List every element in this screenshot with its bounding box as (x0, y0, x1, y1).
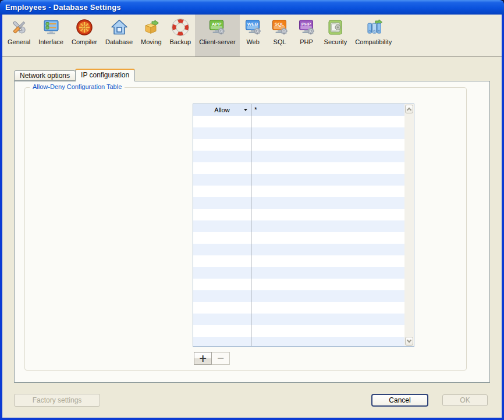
chevron-up-icon (407, 108, 411, 112)
toolbar-item-label: Security (324, 38, 347, 45)
toolbar-item-label: Database (105, 38, 133, 45)
table-row[interactable] (193, 151, 404, 162)
pattern-cell (251, 116, 404, 127)
mode-cell[interactable]: Allow (193, 104, 251, 116)
pattern-cell (251, 197, 404, 209)
allow-deny-table: Allow* (193, 104, 414, 347)
toolbar-item-php[interactable]: PHP PHP (293, 15, 320, 56)
dropdown-arrow-icon (244, 109, 247, 111)
pattern-cell (251, 302, 404, 314)
table-row[interactable] (193, 325, 404, 337)
toolbar-item-moving[interactable]: Moving (137, 15, 165, 56)
table-row[interactable] (193, 174, 404, 186)
svg-text:APP: APP (212, 22, 222, 27)
toolbar-item-backup[interactable]: Backup (166, 15, 196, 56)
toolbar-item-sql[interactable]: SQL SQL (267, 15, 293, 56)
cancel-button[interactable]: Cancel (371, 394, 428, 407)
toolbar: General Interface Compiler Database Movi… (2, 15, 502, 57)
house-icon (110, 18, 129, 37)
toolbar-item-interface[interactable]: Interface (34, 15, 68, 56)
groupbox-title: Allow-Deny Configuration Table (30, 83, 125, 90)
moving-box-icon (142, 18, 161, 37)
tab-network-options[interactable]: Network options (14, 70, 76, 81)
toolbar-item-label: Interface (38, 38, 63, 45)
mode-cell (193, 139, 251, 151)
table-row[interactable] (193, 290, 404, 302)
table-row[interactable] (193, 244, 404, 255)
lifebuoy-icon (171, 18, 190, 37)
monitor-list-icon (42, 18, 61, 37)
svg-text:WEB: WEB (247, 22, 258, 27)
pattern-cell (251, 209, 404, 220)
monitor-php-icon-graphic: PHP (297, 18, 316, 37)
svg-text:SQL: SQL (274, 22, 284, 27)
toolbar-item-label: General (8, 38, 30, 45)
mode-cell (193, 162, 251, 174)
ip-configuration-panel: Allow-Deny Configuration Table Allow* + … (14, 81, 490, 383)
table-row[interactable] (193, 127, 404, 139)
toolbar-item-compatibility[interactable]: Compatibility (351, 15, 396, 56)
compiler-wheel-icon-graphic (75, 18, 94, 37)
pattern-cell (251, 290, 404, 302)
toolbar-item-label: Backup (170, 38, 191, 45)
table-row[interactable]: Allow* (193, 104, 404, 116)
table-row[interactable] (193, 314, 404, 325)
binders-icon-graphic (364, 18, 383, 37)
toolbar-item-general[interactable]: General (3, 15, 34, 56)
monitor-app-icon: APP (208, 18, 226, 37)
table-row[interactable] (193, 279, 404, 290)
toolbar-item-database[interactable]: Database (101, 15, 137, 56)
pattern-cell (251, 139, 404, 151)
pattern-cell (251, 337, 404, 346)
pattern-cell (251, 314, 404, 325)
mode-cell (193, 267, 251, 279)
pattern-cell (251, 232, 404, 244)
ok-button[interactable]: OK (442, 394, 488, 406)
pattern-cell (251, 325, 404, 337)
tools-icon (10, 18, 29, 37)
table-row[interactable] (193, 232, 404, 244)
tab-bar: Network options IP configuration (14, 69, 135, 81)
remove-row-button[interactable]: − (212, 352, 230, 365)
monitor-sql-icon-graphic: SQL (271, 18, 289, 37)
table-row[interactable] (193, 267, 404, 279)
scroll-up-button[interactable] (405, 105, 413, 113)
toolbar-item-compiler[interactable]: Compiler (68, 15, 101, 56)
mode-cell (193, 255, 251, 267)
table-row[interactable] (193, 139, 404, 151)
toolbar-item-label: Moving (141, 38, 161, 45)
permission-mode-value: Allow (214, 106, 229, 113)
toolbar-item-web[interactable]: WEB Web (240, 15, 267, 56)
row-edit-buttons: + − (194, 352, 230, 365)
safe-icon (326, 18, 345, 37)
monitor-sql-icon: SQL (271, 18, 289, 37)
table-row[interactable] (193, 302, 404, 314)
toolbar-item-label: Client-server (199, 38, 235, 45)
toolbar-item-security[interactable]: Security (320, 15, 352, 56)
mode-cell (193, 244, 251, 255)
table-row[interactable] (193, 162, 404, 174)
table-row[interactable] (193, 116, 404, 127)
add-row-button[interactable]: + (194, 352, 212, 365)
mode-cell (193, 174, 251, 186)
house-icon-graphic (110, 18, 129, 37)
pattern-cell (251, 279, 404, 290)
table-row[interactable] (193, 337, 404, 346)
table-row[interactable] (193, 197, 404, 209)
table-row[interactable] (193, 255, 404, 267)
toolbar-item-client-server[interactable]: APP Client-server (195, 15, 239, 56)
vertical-scrollbar[interactable] (404, 104, 414, 346)
factory-settings-button[interactable]: Factory settings (14, 394, 100, 407)
table-row[interactable] (193, 220, 404, 232)
mode-cell (193, 151, 251, 162)
pattern-cell (251, 127, 404, 139)
pattern-cell[interactable]: * (251, 104, 404, 116)
table-row[interactable] (193, 209, 404, 220)
table-row[interactable] (193, 186, 404, 197)
pattern-cell (251, 244, 404, 255)
tab-label: IP configuration (81, 71, 129, 79)
tab-ip-configuration[interactable]: IP configuration (75, 69, 135, 81)
mode-cell (193, 127, 251, 139)
scroll-down-button[interactable] (405, 337, 413, 346)
mode-cell (193, 197, 251, 209)
